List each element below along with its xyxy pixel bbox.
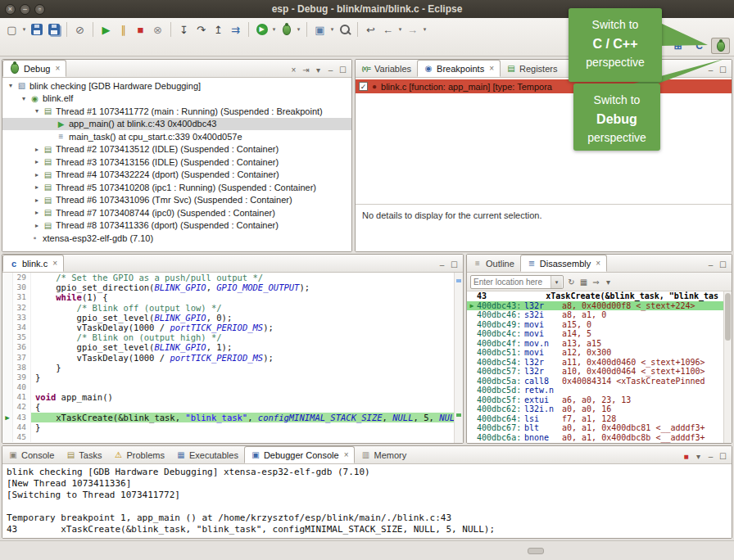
tab-outline[interactable]: ≡Outline — [467, 255, 520, 272]
tree-expand-icon[interactable]: ▸ — [32, 183, 42, 191]
window-maximize-button[interactable]: ▫ — [34, 4, 45, 15]
disassembly-row[interactable]: 400dbc64:lsif7, a1, 128 — [467, 414, 732, 424]
debug-tree-item[interactable]: ▸▤Thread #6 1073431096 (Tmr Svc) (Suspen… — [2, 194, 351, 207]
console-output[interactable]: blink checking [GDB Hardware Debugging] … — [2, 464, 732, 538]
instruction-stepping-icon[interactable]: ⇉ — [228, 22, 243, 38]
editor-line[interactable]: 32 /* Blink off (output low) */ — [2, 303, 463, 313]
close-icon[interactable]: × — [344, 450, 349, 459]
cpp-perspective-button[interactable]: C — [690, 38, 709, 54]
tree-expand-icon[interactable]: ▸ — [32, 158, 42, 165]
new-c-project-menu-icon[interactable]: ▾ — [328, 26, 336, 33]
editor-line[interactable]: ▶43 xTaskCreate(&blink_task, "blink_task… — [2, 413, 463, 422]
search-button[interactable] — [337, 22, 352, 38]
editor-body[interactable]: 29 /* Set the GPIO as a push/pull output… — [2, 273, 463, 443]
disassembly-row[interactable]: 400dbc46:s32ia8, a1, 0 — [467, 310, 732, 320]
tab-registers[interactable]: ▤Registers — [501, 60, 563, 77]
breakpoints-list[interactable]: ✓ blink.c [function: app_main] [type: Te… — [356, 78, 732, 204]
disassembly-row[interactable]: 400dbc6a:bnonea0, a1, 0x400dbc8b <__addd… — [467, 433, 732, 443]
breakpoint-checkbox[interactable]: ✓ — [359, 82, 368, 91]
editor-line[interactable]: 38 } — [2, 363, 463, 373]
tab-debugger-console[interactable]: ▣Debugger Console× — [244, 446, 356, 463]
tree-expand-icon[interactable]: ▸ — [32, 146, 42, 153]
debug-tree-item[interactable]: ▾◉blink.elf — [2, 93, 351, 106]
window-minimize-button[interactable]: – — [20, 4, 30, 15]
editor-line[interactable]: 42{ — [2, 402, 463, 412]
run-menu-icon[interactable]: ▾ — [270, 26, 278, 33]
resume-icon[interactable]: ▶ — [98, 22, 114, 38]
minimize-icon[interactable]: – — [706, 452, 715, 461]
debug-menu-icon[interactable]: ▾ — [295, 26, 302, 33]
editor-line[interactable]: 31 while(1) { — [2, 292, 463, 302]
tree-expand-icon[interactable]: ▸ — [32, 209, 42, 216]
editor-line[interactable]: 37 vTaskDelay(1000 / portTICK_PERIOD_MS)… — [2, 353, 463, 363]
tab-variables[interactable]: (x)=Variables — [356, 60, 417, 77]
forward-icon[interactable]: → — [405, 22, 420, 38]
editor-line[interactable]: 39} — [2, 373, 463, 382]
show-source-icon[interactable]: ▦ — [579, 278, 588, 287]
editor-line[interactable]: 35 /* Blink on (output high) */ — [2, 332, 463, 342]
suspend-icon[interactable]: ∥ — [116, 22, 131, 38]
debug-tree-item[interactable]: ▸▤Thread #8 1073411336 (dport) (Suspende… — [2, 219, 351, 233]
skip-all-breakpoints-icon[interactable]: ⊘ — [72, 22, 88, 38]
disasm-refresh-icon[interactable]: ↻ — [567, 278, 576, 287]
overview-ruler[interactable] — [454, 273, 463, 443]
minimize-icon[interactable]: – — [326, 65, 335, 75]
disassembly-row[interactable]: 43 xTaskCreate(&blink_task, "blink_tas — [467, 291, 732, 301]
disassembly-row[interactable]: 400dbc62:l32i.na0, a0, 16 — [467, 404, 732, 414]
disconnect-icon[interactable]: ⊗ — [150, 22, 165, 38]
new-c-project-icon[interactable]: ▣ — [312, 22, 328, 38]
step-return-icon[interactable]: ↥ — [211, 22, 226, 38]
minimize-icon[interactable]: – — [706, 65, 715, 75]
maximize-icon[interactable]: ☐ — [338, 65, 347, 75]
debug-tree[interactable]: ▾▧blink checking [GDB Hardware Debugging… — [2, 78, 351, 251]
step-over-icon[interactable]: ↷ — [193, 22, 209, 38]
tab-problems[interactable]: ⚠Problems — [107, 446, 170, 463]
tab-executables[interactable]: ▦Executables — [170, 446, 244, 463]
disassembly-scrollbar[interactable] — [723, 291, 732, 443]
debug-tree-item[interactable]: ▶app_main() at blink.c:43 0x400dbc43 — [2, 118, 351, 131]
tree-expand-icon[interactable]: ▸ — [32, 171, 42, 178]
save-all-button[interactable] — [46, 22, 61, 38]
debug-tree-item[interactable]: ▸▤Thread #3 1073413156 (IDLE) (Suspended… — [2, 156, 351, 169]
back-menu-icon[interactable]: ▾ — [396, 26, 404, 33]
overview-marker[interactable] — [456, 413, 461, 417]
disassembly-row[interactable]: 400dbc4f:mov.na13, a15 — [467, 339, 732, 349]
minimize-icon[interactable]: – — [437, 260, 446, 269]
disassembly-row[interactable]: 400dbc4c:movia14, 5 — [467, 329, 732, 339]
save-button[interactable] — [29, 22, 44, 38]
view-menu-icon[interactable]: ▾ — [694, 452, 703, 461]
editor-line[interactable]: 34 vTaskDelay(1000 / portTICK_PERIOD_MS)… — [2, 323, 463, 332]
debug-tree-item[interactable]: ▸▤Thread #4 1073432224 (dport) (Suspende… — [2, 169, 351, 182]
location-input[interactable] — [471, 278, 550, 287]
back-icon[interactable]: ← — [380, 22, 396, 38]
debug-tree-item[interactable]: ▾▧blink checking [GDB Hardware Debugging… — [2, 79, 351, 93]
editor-line[interactable]: 41void app_main() — [2, 392, 463, 402]
disassembly-row[interactable]: 400dbc49:movia15, 0 — [467, 320, 732, 330]
new-wizard-icon[interactable]: ▢ — [4, 22, 20, 38]
maximize-icon[interactable]: ☐ — [450, 260, 459, 269]
disassembly-row[interactable]: 400dbc5f:extuia6, a0, 23, 13 — [467, 395, 732, 405]
disassembly-row[interactable]: 400dbc5d:retw.n — [467, 386, 732, 395]
tab-memory[interactable]: ▥Memory — [355, 446, 412, 463]
tree-collapse-icon[interactable]: ▾ — [32, 107, 42, 115]
open-perspective-button[interactable]: ⊞ — [668, 38, 687, 54]
tab-breakpoints[interactable]: ◉Breakpoints× — [417, 60, 501, 77]
editor-line[interactable]: 30 gpio_set_direction(BLINK_GPIO, GPIO_M… — [2, 282, 463, 292]
overview-marker[interactable] — [456, 279, 461, 282]
editor-line[interactable]: 29 /* Set the GPIO as a push/pull output… — [2, 273, 463, 282]
debug-tree-item[interactable]: ▸▤Thread #2 1073413512 (IDLE) (Suspended… — [2, 143, 351, 156]
new-wizard-menu-icon[interactable]: ▾ — [20, 26, 28, 33]
editor-line[interactable]: 36 gpio_set_level(BLINK_GPIO, 1); — [2, 342, 463, 352]
maximize-icon[interactable]: ☐ — [718, 260, 727, 269]
close-icon[interactable]: × — [52, 259, 57, 268]
tree-collapse-icon[interactable]: ▾ — [19, 95, 29, 102]
close-icon[interactable]: × — [596, 259, 600, 268]
editor-line[interactable]: 33 gpio_set_level(BLINK_GPIO, 0); — [2, 313, 463, 323]
editor-line[interactable]: 40 — [2, 382, 463, 392]
maximize-icon[interactable]: ☐ — [718, 452, 727, 461]
disassembly-row[interactable]: 400dbc51:movia12, 0x300 — [467, 348, 732, 358]
location-dropdown-icon[interactable]: ▾ — [550, 276, 562, 288]
tree-collapse-icon[interactable]: ▾ — [6, 82, 16, 89]
instruction-stepping-mode-icon[interactable]: ⇥ — [301, 65, 310, 75]
disasm-menu-icon[interactable]: ▾ — [604, 278, 613, 287]
